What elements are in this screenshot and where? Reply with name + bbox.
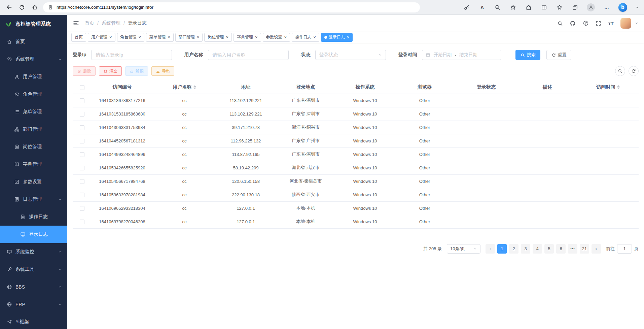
browser-refresh-icon[interactable] [16,2,28,13]
tab-param-settings[interactable]: 参数设置× [263,33,290,42]
date-range-picker[interactable]: 开始日期 - 结束日期 [422,50,501,60]
row-checkbox[interactable] [80,98,84,103]
fullscreen-icon[interactable] [596,21,601,26]
search-button[interactable]: 搜索 [515,50,540,60]
tab-close-icon[interactable]: × [313,35,316,39]
row-checkbox[interactable] [80,206,84,211]
tab-menu-management[interactable]: 菜单管理× [146,33,174,42]
table-row[interactable]: 1641069798270046208 cc 127.0.0.1 本地-本机 W… [73,215,639,228]
avatar-caret-icon[interactable] [635,21,639,25]
row-checkbox[interactable] [80,220,84,224]
font-size-icon[interactable]: тT [608,21,614,26]
header-search-icon[interactable] [557,21,563,26]
sort-icon[interactable] [193,85,196,89]
row-checkbox[interactable] [80,139,84,143]
tab-user-management[interactable]: 用户管理× [88,33,115,42]
table-row[interactable]: 1641031533185863680 cc 113.102.129.221 广… [73,107,639,121]
browser-profile-avatar[interactable] [587,3,595,11]
table-row[interactable]: 1641053426655825920 cc 58.19.42.209 湖北省-… [73,161,639,174]
zoom-icon[interactable] [494,4,501,11]
column-username[interactable]: 用户名称 [153,81,216,94]
sidebar-item-bbs[interactable]: BBS [0,278,67,296]
copilot-caret-icon[interactable] [635,5,639,9]
sidebar-toggle-icon[interactable] [73,20,79,27]
page-size-select[interactable]: 10条/页 [447,244,480,254]
user-avatar[interactable] [620,18,631,29]
help-icon[interactable] [583,20,589,26]
export-button[interactable]: 导出 [151,66,174,76]
row-checkbox[interactable] [80,112,84,117]
browser-home-icon[interactable] [29,2,40,13]
sort-icon[interactable] [617,85,620,89]
prev-page-button[interactable]: ‹ [486,244,495,254]
sidebar-item-login-log[interactable]: 登录日志 [0,226,67,243]
tab-close-icon[interactable]: × [226,35,228,39]
read-aloud-icon[interactable]: A [478,4,486,11]
table-row[interactable]: 1641069652933218304 cc 127.0.0.1 本地-本机 W… [73,201,639,215]
page-button-6[interactable]: 6 [556,244,566,254]
tab-role-management[interactable]: 角色管理× [117,33,145,42]
username-input[interactable] [208,50,289,60]
clear-button[interactable]: 清空 [99,66,122,76]
table-row[interactable]: 1641054566717984768 cc 120.6.150.158 河北省… [73,174,639,188]
extensions-icon[interactable] [525,4,532,11]
breadcrumb-home[interactable]: 首页 [85,20,94,26]
sidebar-item-log-management[interactable]: 日志管理 [0,191,67,208]
more-pages-button[interactable]: ••• [568,244,577,254]
sidebar-item-param-settings[interactable]: 参数设置 [0,173,67,191]
page-button-2[interactable]: 2 [509,244,518,254]
app-logo[interactable]: 意框架管理系统 [0,15,67,33]
status-select[interactable]: 登录状态 [315,50,386,60]
table-row[interactable]: 1641044520567181312 cc 112.96.225.132 广东… [73,134,639,147]
site-info-icon[interactable] [48,5,53,10]
sidebar-item-post-management[interactable]: 岗位管理 [0,138,67,156]
page-button-21[interactable]: 21 [580,244,589,254]
bing-copilot-icon[interactable]: b [618,3,627,12]
row-checkbox[interactable] [80,193,84,197]
sidebar-item-dept-management[interactable]: 部门管理 [0,121,67,138]
split-screen-icon[interactable] [540,4,548,11]
collections-icon[interactable] [571,4,579,11]
tab-dict-management[interactable]: 字典管理× [234,33,261,42]
sidebar-item-system-management[interactable]: 系统管理 [0,51,67,68]
column-visit-time[interactable]: 访问时间 [577,81,639,94]
page-button-1[interactable]: 1 [497,244,507,254]
select-all-checkbox[interactable] [80,85,84,90]
browser-back-icon[interactable] [3,2,15,13]
tab-close-icon[interactable]: × [284,35,287,39]
tab-dept-management[interactable]: 部门管理× [175,33,203,42]
refresh-table-icon[interactable] [629,66,639,76]
favorites-icon[interactable] [556,4,563,11]
sidebar-item-system-tools[interactable]: 系统工具 [0,261,67,278]
address-bar[interactable]: https://ccnetcore.com:1101/system/log/lo… [43,2,420,12]
sidebar-item-system-monitor[interactable]: 系统监控 [0,243,67,261]
tab-home[interactable]: 首页 [71,33,86,42]
tab-close-icon[interactable]: × [197,35,200,39]
browser-settings-icon[interactable]: … [603,4,610,11]
table-row[interactable]: 1641059633978281984 cc 222.90.130.18 陕西省… [73,188,639,201]
sidebar-item-erp[interactable]: ERP [0,296,67,313]
next-page-button[interactable]: › [592,244,601,254]
row-checkbox[interactable] [80,179,84,184]
tab-close-icon[interactable]: × [139,35,141,39]
github-icon[interactable] [570,20,576,27]
delete-button[interactable]: 删除 [73,66,96,76]
page-button-5[interactable]: 5 [544,244,554,254]
tab-close-icon[interactable]: × [347,35,350,39]
row-checkbox[interactable] [80,125,84,130]
goto-page-input[interactable] [617,244,632,254]
sidebar-item-dict-management[interactable]: 字典管理 [0,156,67,173]
row-checkbox[interactable] [80,166,84,170]
toggle-search-icon[interactable] [615,66,625,76]
url-text[interactable]: https://ccnetcore.com:1101/system/log/lo… [57,5,153,10]
password-manager-icon[interactable] [463,4,470,11]
sidebar-item-home[interactable]: 首页 [0,33,67,51]
tab-post-management[interactable]: 岗位管理× [204,33,232,42]
tab-operation-log[interactable]: 操作日志× [292,33,319,42]
table-row[interactable]: 1641043063331753984 cc 39.171.210.78 浙江省… [73,121,639,134]
sidebar-item-menu-management[interactable]: 菜单管理 [0,103,67,121]
sidebar-item-role-management[interactable]: 角色管理 [0,86,67,103]
tab-login-log[interactable]: 登录日志× [321,33,353,42]
sidebar-item-yi-framework[interactable]: Yi框架 [0,313,67,329]
reset-button[interactable]: 重置 [546,50,571,60]
